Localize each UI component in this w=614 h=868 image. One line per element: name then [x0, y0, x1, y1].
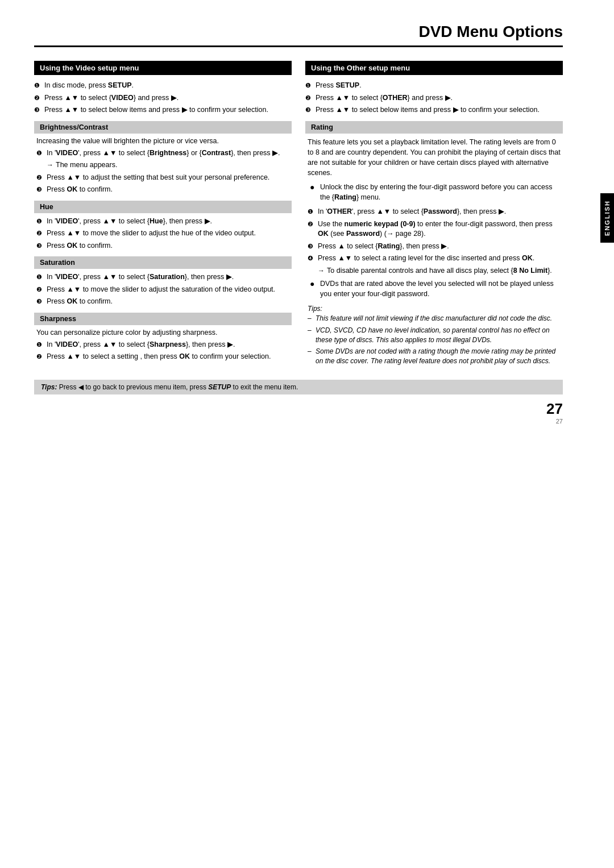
- tips-bar: Tips: Press ◀ to go back to previous men…: [34, 380, 563, 394]
- tips-label: Tips:: [308, 305, 561, 313]
- step-num: ❶: [34, 81, 44, 90]
- rating-bullet-rated: ● DVDs that are rated above the level yo…: [310, 279, 561, 299]
- rating-content: This feature lets you set a playback lim…: [305, 137, 563, 366]
- right-step-1: ❶ Press SETUP.: [305, 81, 563, 91]
- rating-intro: This feature lets you set a playback lim…: [308, 137, 561, 178]
- page-number-small: 27: [34, 418, 563, 425]
- saturation-header: Saturation: [34, 256, 292, 269]
- rating-header: Rating: [305, 121, 563, 134]
- brightness-contrast-header: Brightness/Contrast: [34, 121, 292, 134]
- right-step-3: ❸ Press ▲▼ to select below items and pre…: [305, 105, 563, 115]
- tip-1: – This feature will not limit viewing if…: [308, 314, 561, 323]
- page-number: 27: [34, 400, 563, 418]
- tip-2: – VCD, SVCD, CD have no level indication…: [308, 326, 561, 345]
- sharp-step-1: ❶ In 'VIDEO', press ▲▼ to select {Sharpn…: [36, 340, 289, 350]
- hue-steps: ❶ In 'VIDEO', press ▲▼ to select {Hue}, …: [36, 217, 289, 251]
- brightness-steps: ❶ In 'VIDEO', press ▲▼ to select {Bright…: [36, 148, 289, 195]
- brightness-contrast-content: Increasing the value will brighten the p…: [34, 137, 292, 195]
- saturation-content: ❶ In 'VIDEO', press ▲▼ to select {Satura…: [34, 272, 292, 307]
- right-section-header: Using the Other setup menu: [305, 61, 563, 75]
- sat-step-3: ❸ Press OK to confirm.: [36, 297, 289, 307]
- rating-bullet-unlock: ● Unlock the disc by entering the four-d…: [310, 182, 561, 202]
- page-title: DVD Menu Options: [34, 23, 563, 47]
- tips-bar-text: Press ◀ to go back to previous menu item…: [59, 383, 298, 391]
- bc-step-1: ❶ In 'VIDEO', press ▲▼ to select {Bright…: [36, 148, 289, 159]
- sharpness-header: Sharpness: [34, 313, 292, 325]
- rating-step-1: ❶ In 'OTHER', press ▲▼ to select {Passwo…: [308, 207, 561, 217]
- sharpness-content: You can personalize picture color by adj…: [34, 329, 292, 362]
- hue-header: Hue: [34, 201, 292, 213]
- page-container: ENGLISH DVD Menu Options Using the Video…: [0, 0, 614, 868]
- rating-step-3: ❸ Press ▲ to select {Rating}, then press…: [308, 242, 561, 252]
- sharpness-intro: You can personalize picture color by adj…: [36, 329, 289, 337]
- rating-step-4: ❹ Press ▲▼ to select a rating level for …: [308, 254, 561, 264]
- left-section-header: Using the Video setup menu: [34, 61, 292, 75]
- rating-step-2: ❷ Use the numeric keypad (0-9) to enter …: [308, 219, 561, 239]
- english-tab: ENGLISH: [600, 193, 614, 243]
- sat-step-1: ❶ In 'VIDEO', press ▲▼ to select {Satura…: [36, 272, 289, 283]
- left-step-2: ❷ Press ▲▼ to select {VIDEO} and press ▶…: [34, 93, 292, 103]
- sat-step-2: ❷ Press ▲▼ to move the slider to adjust …: [36, 285, 289, 295]
- right-step-2: ❷ Press ▲▼ to select {OTHER} and press ▶…: [305, 93, 563, 103]
- rating-steps: ❶ In 'OTHER', press ▲▼ to select {Passwo…: [308, 207, 561, 276]
- sharp-step-2: ❷ Press ▲▼ to select a setting , then pr…: [36, 352, 289, 362]
- hue-step-3: ❸ Press OK to confirm.: [36, 241, 289, 251]
- left-intro-steps: ❶ In disc mode, press SETUP. ❷ Press ▲▼ …: [34, 81, 292, 115]
- left-step-1: ❶ In disc mode, press SETUP.: [34, 81, 292, 91]
- bc-step-2: ❷ Press ▲▼ to adjust the setting that be…: [36, 173, 289, 183]
- hue-content: ❶ In 'VIDEO', press ▲▼ to select {Hue}, …: [34, 217, 292, 251]
- brightness-intro: Increasing the value will brighten the p…: [36, 137, 289, 145]
- rating-arrow: → To disable parental controls and have …: [308, 266, 561, 276]
- tip-3: – Some DVDs are not coded with a rating …: [308, 347, 561, 366]
- left-step-3: ❸ Press ▲▼ to select below items and pre…: [34, 105, 292, 115]
- main-content: Using the Video setup menu ❶ In disc mod…: [34, 61, 563, 368]
- saturation-steps: ❶ In 'VIDEO', press ▲▼ to select {Satura…: [36, 272, 289, 307]
- sharpness-steps: ❶ In 'VIDEO', press ▲▼ to select {Sharpn…: [36, 340, 289, 362]
- step-num: ❷: [34, 94, 44, 102]
- hue-step-2: ❷ Press ▲▼ to move the slider to adjust …: [36, 229, 289, 239]
- left-column: Using the Video setup menu ❶ In disc mod…: [34, 61, 292, 368]
- step-num: ❸: [34, 106, 44, 114]
- right-intro-steps: ❶ Press SETUP. ❷ Press ▲▼ to select {OTH…: [305, 81, 563, 115]
- right-column: Using the Other setup menu ❶ Press SETUP…: [305, 61, 563, 368]
- tips-bar-label: Tips:: [41, 383, 57, 391]
- hue-step-1: ❶ In 'VIDEO', press ▲▼ to select {Hue}, …: [36, 217, 289, 227]
- bc-step-3: ❸ Press OK to confirm.: [36, 185, 289, 195]
- bc-arrow: → The menu appears.: [36, 160, 289, 171]
